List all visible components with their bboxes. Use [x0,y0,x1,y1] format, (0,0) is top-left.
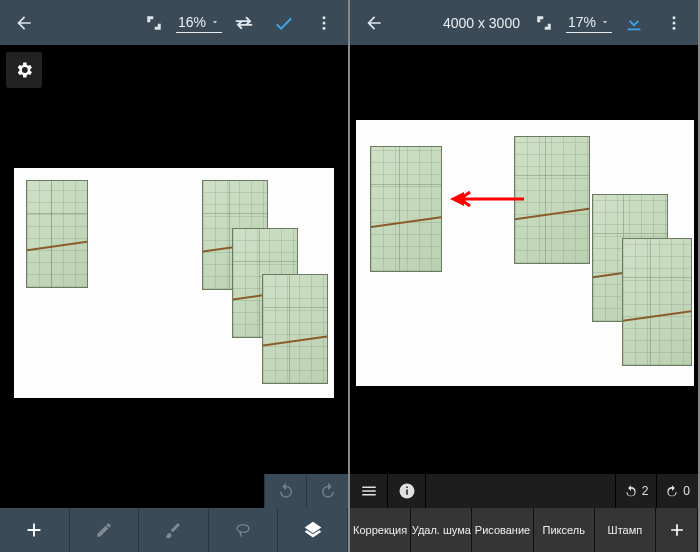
gear-icon [14,60,34,80]
back-button[interactable] [6,5,42,41]
left-canvas[interactable] [14,168,334,398]
layers-button[interactable] [278,508,348,552]
brush-button[interactable] [139,508,209,552]
svg-point-1 [323,21,326,24]
redo-count: 0 [683,484,690,498]
zoom-value: 17% [568,14,596,30]
map-fragment [26,180,88,288]
redo-button[interactable] [306,474,348,508]
crop-icon[interactable] [136,5,172,41]
edit-button[interactable] [70,508,140,552]
map-fragment [514,136,590,264]
zoom-dropdown[interactable]: 17% [566,12,612,33]
svg-point-6 [673,26,676,29]
right-editor-panel: 4000 x 3000 17% [350,0,700,552]
info-icon [398,482,416,500]
chevron-down-icon [210,17,220,27]
svg-point-2 [323,26,326,29]
redo-button[interactable]: 0 [656,474,698,508]
annotation-arrow [448,190,524,208]
plus-icon [667,520,687,540]
tool-drawing[interactable]: Рисование [472,508,533,552]
menu-icon [360,482,378,500]
svg-point-3 [237,525,249,533]
add-tool-button[interactable] [656,508,698,552]
undo-button[interactable]: 2 [615,474,657,508]
menu-button[interactable] [350,474,388,508]
chevron-down-icon [600,17,610,27]
undo-button[interactable] [264,474,306,508]
tool-noise-removal[interactable]: Удал. шума [411,508,472,552]
map-fragment [622,238,692,366]
zoom-dropdown[interactable]: 16% [176,12,222,33]
left-editor-panel: 16% [0,0,350,552]
right-topbar: 4000 x 3000 17% [350,0,698,45]
svg-point-0 [323,16,326,19]
settings-button[interactable] [6,52,42,88]
info-button[interactable] [388,474,426,508]
confirm-check-button[interactable] [266,5,302,41]
left-topbar: 16% [0,0,348,45]
more-menu-button[interactable] [306,5,342,41]
download-button[interactable] [616,5,652,41]
crop-icon[interactable] [526,5,562,41]
svg-point-5 [673,21,676,24]
right-canvas[interactable] [356,120,694,386]
add-button[interactable] [0,508,70,552]
undo-icon [624,484,638,498]
map-fragment [262,274,328,384]
undo-count: 2 [642,484,649,498]
right-bottom-toolbar: 2 0 Коррекция Удал. шума Рисование Пиксе… [350,474,698,552]
redo-icon [665,484,679,498]
back-button[interactable] [356,5,392,41]
zoom-value: 16% [178,14,206,30]
svg-point-4 [673,16,676,19]
lasso-button[interactable] [209,508,279,552]
tool-correction[interactable]: Коррекция [350,508,411,552]
left-bottom-toolbar [0,474,348,552]
more-menu-button[interactable] [656,5,692,41]
map-fragment [370,146,442,272]
tool-pixel[interactable]: Пиксель [534,508,595,552]
swap-icon[interactable] [226,5,262,41]
tool-stamp[interactable]: Штамп [595,508,656,552]
dimensions-label: 4000 x 3000 [441,13,522,33]
